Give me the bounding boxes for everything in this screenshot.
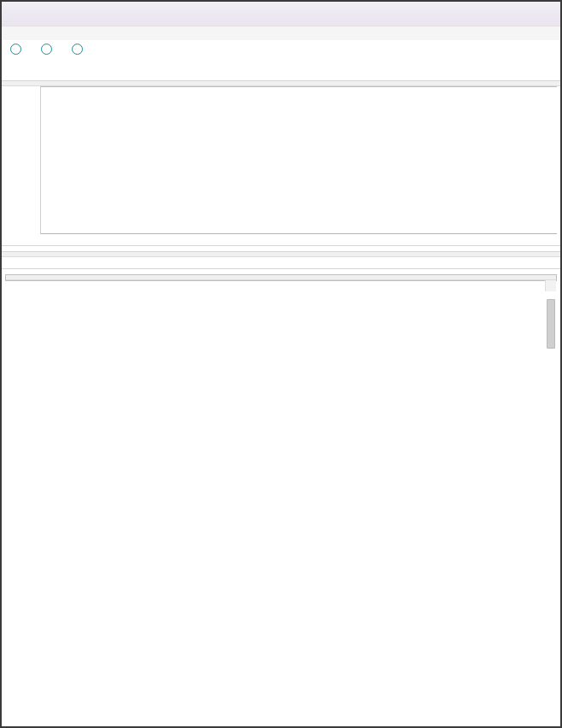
line-chart-legend (2, 257, 560, 268)
census-by-round-type-panel (5, 274, 557, 281)
dashboard-tabs (2, 58, 560, 67)
bar-chart-y-axis (2, 87, 40, 234)
bar-chart-plot (40, 87, 557, 234)
clear-filters-button[interactable] (41, 44, 56, 55)
back-icon (10, 44, 21, 55)
bar-chart-legend (2, 234, 560, 245)
filter-bar (2, 67, 560, 75)
daily-census-trend-chart (2, 86, 560, 234)
toolbar (2, 40, 560, 58)
app-header (2, 2, 560, 26)
back-button[interactable] (10, 44, 26, 55)
table-title (6, 275, 556, 280)
scroll-thumb[interactable] (547, 299, 555, 349)
daily-census-trend-panel (2, 80, 560, 246)
rounds-percent-panel (2, 251, 560, 269)
clear-filters-icon (41, 44, 52, 55)
dashboard-window (0, 0, 562, 728)
table-scrollbar[interactable] (545, 280, 556, 291)
refresh-icon (72, 44, 83, 55)
scroll-down-arrow[interactable] (546, 280, 556, 291)
page-header (2, 26, 560, 40)
refresh-button[interactable] (72, 44, 87, 55)
